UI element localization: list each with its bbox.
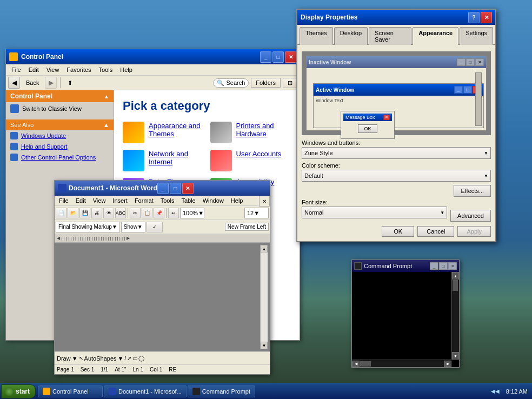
word-menu-help[interactable]: Help — [228, 196, 247, 205]
back-button[interactable]: ◀ — [8, 77, 20, 89]
control-panel-maximize-button[interactable]: □ — [272, 51, 284, 63]
display-cancel-button[interactable]: Cancel — [417, 226, 454, 237]
cp-menu-tools[interactable]: Tools — [96, 65, 116, 74]
cmd-close-btn[interactable]: ✕ — [448, 262, 457, 270]
word-close-button[interactable]: ✕ — [182, 183, 194, 194]
display-apply-button[interactable]: Apply — [457, 226, 491, 237]
control-panel-titlebar[interactable]: Control Panel _ □ ✕ — [6, 49, 300, 64]
cmd-scroll-right-btn[interactable]: ▶ — [444, 361, 451, 367]
word-scroll-down-btn[interactable]: ▼ — [261, 342, 268, 349]
windows-buttons-select[interactable]: Zune Style ▼ — [302, 147, 491, 159]
word-doc-close-button[interactable]: ✕ — [259, 196, 270, 207]
taskbar-item-control-panel[interactable]: Control Panel — [38, 385, 103, 397]
cp-menu-help[interactable]: Help — [117, 65, 136, 74]
cp-category-network[interactable]: Network and Internet — [123, 150, 204, 171]
word-menu-edit[interactable]: Edit — [72, 196, 89, 205]
word-markup-dropdown[interactable]: Final Showing Markup▼ — [56, 222, 120, 232]
color-scheme-select[interactable]: Default ▼ — [302, 170, 491, 182]
cp-switch-classic[interactable]: Switch to Classic View — [6, 102, 114, 115]
msg-ok-button[interactable]: OK — [358, 124, 377, 133]
word-save-btn[interactable]: 💾 — [79, 208, 90, 218]
cmd-scroll-left-btn[interactable]: ◀ — [352, 361, 360, 367]
cmd-maximize-btn[interactable]: □ — [439, 262, 448, 270]
word-menu-format[interactable]: Format — [131, 196, 157, 205]
start-button[interactable]: start — [1, 384, 36, 398]
word-titlebar[interactable]: Document1 - Microsoft Word _ □ ✕ — [55, 181, 270, 196]
cmd-scroll-down-btn[interactable]: ▼ — [452, 352, 459, 360]
word-menu-window[interactable]: Window — [200, 196, 227, 205]
control-panel-minimize-button[interactable]: _ — [260, 51, 271, 63]
word-paste-btn[interactable]: 📌 — [154, 208, 164, 218]
word-autoshapes-label[interactable]: AutoShapes — [84, 355, 117, 362]
taskbar-cp-icon — [43, 388, 50, 395]
cp-category-printers[interactable]: Printers and Hardware — [210, 122, 291, 143]
cp-see-also-windows-update[interactable]: Windows Update — [6, 130, 114, 141]
word-maximize-button[interactable]: □ — [170, 183, 181, 194]
cp-menu-view[interactable]: View — [43, 65, 63, 74]
back-label[interactable]: Back — [22, 78, 43, 88]
word-copy-btn[interactable]: 📋 — [142, 208, 152, 218]
cmd-minimize-btn[interactable]: _ — [430, 262, 438, 270]
cp-panel-header[interactable]: Control Panel ▲ — [6, 90, 114, 102]
tab-themes[interactable]: Themes — [300, 27, 333, 45]
cp-category-user[interactable]: User Accounts — [210, 150, 291, 171]
word-accept-btn[interactable]: ✓ — [147, 222, 163, 232]
tab-settings[interactable]: Settings — [460, 27, 493, 45]
cp-see-also-help-label: Help and Support — [21, 143, 68, 150]
tab-appearance[interactable]: Appearance — [413, 27, 458, 45]
cmd-text-area[interactable] — [352, 272, 459, 367]
effects-button[interactable]: Effects... — [454, 185, 491, 197]
word-vscrollbar[interactable]: ▲ ▼ — [260, 245, 268, 349]
word-print-btn[interactable]: 🖨 — [91, 208, 102, 218]
up-button[interactable]: ⬆ — [64, 78, 76, 88]
word-frame-btn[interactable]: New Frame Left — [225, 223, 269, 231]
color-scheme-row: Color scheme: Default ▼ — [302, 162, 491, 182]
word-new-btn[interactable]: 📄 — [56, 208, 66, 218]
word-minimize-button[interactable]: _ — [157, 183, 169, 194]
cmd-scroll-up-btn[interactable]: ▲ — [452, 272, 459, 280]
word-menu-insert[interactable]: Insert — [109, 196, 131, 205]
display-dialog-buttons: ? ✕ — [468, 12, 492, 23]
taskbar-item-cmd[interactable]: Command Prompt — [188, 385, 255, 397]
cp-category-appearance[interactable]: Appearance and Themes — [123, 122, 204, 143]
cmd-hscrollbar[interactable]: ◀ ▶ — [352, 360, 451, 367]
taskbar-tray-arrows[interactable]: ◀◀ — [489, 388, 502, 394]
word-spell-btn[interactable]: ABC — [115, 208, 126, 218]
cp-see-also-header[interactable]: See Also ▲ — [6, 119, 114, 130]
display-help-button[interactable]: ? — [468, 12, 480, 23]
word-fontsize[interactable]: 12▼ — [244, 208, 269, 218]
word-cut-btn[interactable]: ✂ — [130, 208, 141, 218]
cp-see-also-help[interactable]: Help and Support — [6, 141, 114, 152]
advanced-button[interactable]: Advanced — [450, 210, 491, 222]
font-size-select[interactable]: Normal ▼ — [302, 207, 447, 218]
taskbar-item-word[interactable]: Document1 - Microsof... — [104, 385, 187, 397]
cp-menu-favorites[interactable]: Favorites — [63, 65, 94, 74]
word-zoom[interactable]: 100%▼ — [180, 208, 204, 218]
display-ok-button[interactable]: OK — [382, 226, 414, 237]
display-close-button[interactable]: ✕ — [481, 12, 492, 23]
word-open-btn[interactable]: 📂 — [68, 208, 78, 218]
cp-menu-file[interactable]: File — [8, 65, 24, 74]
word-menu-table[interactable]: Table — [178, 196, 198, 205]
word-draw-label[interactable]: Draw — [57, 355, 71, 362]
cp-see-also-other[interactable]: Other Control Panel Options — [6, 152, 114, 163]
cmd-titlebar[interactable]: Command Prompt _ □ ✕ — [352, 260, 459, 272]
search-box[interactable]: 🔍 Search — [213, 78, 249, 88]
display-properties-titlebar[interactable]: Display Properties ? ✕ — [297, 10, 495, 25]
word-scroll-up-btn[interactable]: ▲ — [261, 245, 268, 252]
word-menu-tools[interactable]: Tools — [157, 196, 178, 205]
tab-screensaver[interactable]: Screen Saver — [369, 27, 411, 45]
word-menu-file[interactable]: File — [56, 196, 72, 205]
tab-desktop[interactable]: Desktop — [334, 27, 368, 45]
word-menu-view[interactable]: View — [90, 196, 109, 205]
folders-button[interactable]: Folders — [251, 78, 281, 88]
taskbar-cmd-icon — [192, 388, 200, 395]
word-undo-btn[interactable]: ↩ — [168, 208, 179, 218]
forward-button[interactable]: ▶ — [45, 77, 57, 89]
view-button[interactable]: ⊞ — [283, 78, 297, 88]
word-show-dropdown[interactable]: Show▼ — [121, 222, 145, 232]
control-panel-close-button[interactable]: ✕ — [285, 51, 296, 63]
cmd-vscrollbar[interactable]: ▲ ▼ — [451, 272, 459, 360]
cp-menu-edit[interactable]: Edit — [25, 65, 42, 74]
word-preview-btn[interactable]: 👁 — [103, 208, 114, 218]
